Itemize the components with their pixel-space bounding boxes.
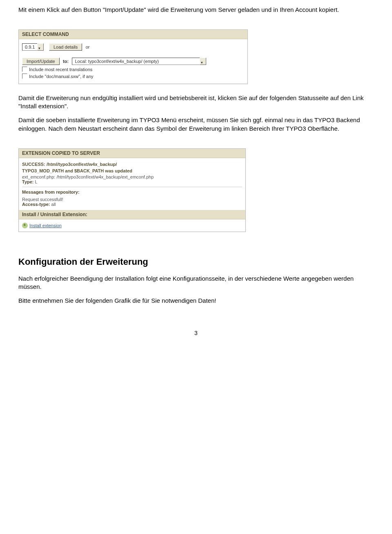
chevron-down-icon[interactable] xyxy=(37,43,44,51)
screenshot-select-command: SELECT COMMAND 0.9.1 Load details or Imp… xyxy=(18,29,248,84)
install-header: Install / Uninstall Extension: xyxy=(19,210,245,219)
plus-icon xyxy=(22,223,28,228)
paragraph-3: Damit die soeben installierte Erweiterun… xyxy=(18,116,374,133)
type-label: Type: xyxy=(22,179,34,184)
message-1: Request successfull! xyxy=(22,197,242,202)
load-details-button[interactable]: Load details xyxy=(49,43,82,51)
access-type-label: Access-type: xyxy=(22,202,50,207)
to-label: to: xyxy=(63,59,69,64)
paragraph-1: Mit einem Klick auf den Button "Import/U… xyxy=(18,6,374,14)
panel-header: SELECT COMMAND xyxy=(19,30,247,39)
success-line-2: TYPO3_MOD_PATH and $BACK_PATH was update… xyxy=(22,168,242,174)
checkbox-manual-label: Include "doc/manual.sxw", if any xyxy=(29,74,94,79)
install-extension-link[interactable]: Install extension xyxy=(29,223,62,228)
paragraph-5: Bitte entnehmen Sie der folgenden Grafik… xyxy=(18,297,374,305)
success-line-1: SUCCESS: /html/typo3conf/ext/w4x_backup/ xyxy=(22,161,242,168)
version-select[interactable]: 0.9.1 xyxy=(22,43,38,51)
checkbox-translations-label: Include most recent translations xyxy=(29,67,92,72)
paragraph-2: Damit die Erweiterung nun endgültig inst… xyxy=(18,94,374,111)
success-line-3: ext_emconf.php: /html/typo3conf/ext/w4x_… xyxy=(22,174,242,179)
destination-select[interactable]: Local: typo3conf/ext/w4x_backup/ (empty) xyxy=(72,58,200,65)
import-update-button[interactable]: Import/Update xyxy=(22,58,60,65)
section-heading: Konfiguration der Erweiterung xyxy=(18,257,374,267)
or-label: or xyxy=(86,45,90,49)
chevron-down-icon[interactable] xyxy=(200,58,206,65)
screenshot-extension-copied: EXTENSION COPIED TO SERVER SUCCESS: /htm… xyxy=(18,148,246,232)
paragraph-4: Nach erfolgreicher Beendigung der Instal… xyxy=(18,275,374,291)
panel-header-2: EXTENSION COPIED TO SERVER xyxy=(19,149,245,158)
access-type-value: all xyxy=(51,202,56,207)
checkbox-manual[interactable] xyxy=(22,74,27,79)
type-value: L xyxy=(35,179,38,184)
checkbox-translations[interactable] xyxy=(22,67,27,72)
messages-header: Messages from repository: xyxy=(22,190,242,194)
page-number: 3 xyxy=(18,330,374,336)
